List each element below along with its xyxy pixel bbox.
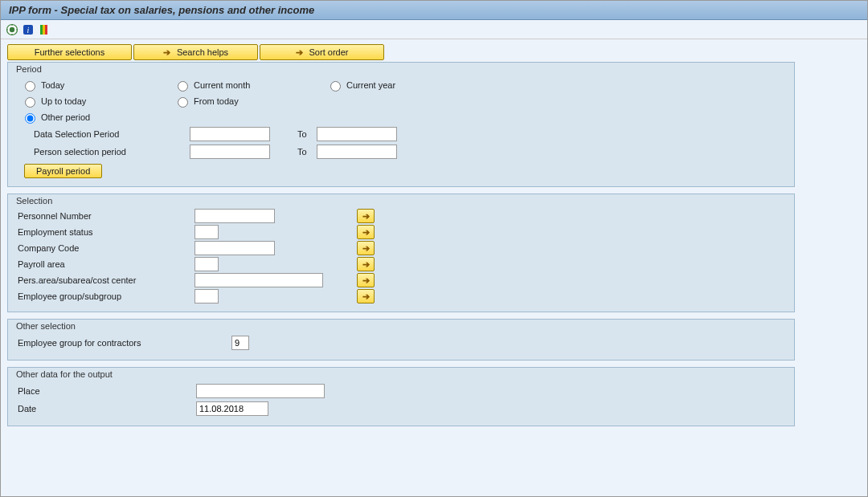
selection-row-label: Personnel Number — [18, 211, 194, 221]
arrow-icon: ➔ — [362, 291, 370, 302]
multiple-selection-button[interactable]: ➔ — [357, 241, 375, 255]
radio-up-to-today[interactable]: Up to today — [21, 93, 166, 109]
place-label: Place — [18, 382, 191, 400]
other-selection-title: Other selection — [14, 321, 77, 331]
selection-row-label: Payroll area — [18, 259, 194, 269]
employee-group-contractors-input[interactable] — [231, 336, 249, 350]
output-panel: Other data for the output Place Date — [7, 367, 795, 426]
arrow-icon: ➔ — [362, 275, 370, 286]
selection-buttons: Further selections ➔ Search helps ➔ Sort… — [7, 44, 861, 60]
selection-row-input[interactable] — [194, 289, 219, 303]
selection-panel: Selection Personnel Number➔Employment st… — [7, 194, 795, 312]
radio-current-month[interactable]: Current month — [174, 77, 318, 93]
data-selection-to-input[interactable] — [317, 127, 397, 141]
selection-row-input[interactable] — [194, 209, 275, 223]
person-selection-from-input[interactable] — [190, 145, 270, 159]
to-label: To — [297, 143, 307, 161]
window-title: IPP form - Special tax on salaries, pens… — [1, 1, 867, 20]
person-selection-to-input[interactable] — [317, 145, 397, 159]
output-title: Other data for the output — [14, 369, 114, 379]
info-icon[interactable]: i — [22, 23, 35, 36]
radio-today[interactable]: Today — [21, 77, 166, 93]
multiple-selection-button[interactable]: ➔ — [357, 257, 375, 271]
arrow-icon: ➔ — [296, 47, 303, 58]
multiple-selection-button[interactable]: ➔ — [357, 273, 375, 287]
date-input[interactable] — [196, 401, 268, 416]
selection-row-input[interactable] — [194, 257, 219, 271]
data-selection-period-label: Data Selection Period — [34, 125, 185, 143]
employee-group-contractors-label: Employee group for contractors — [18, 334, 227, 352]
arrow-icon: ➔ — [362, 243, 370, 254]
place-input[interactable] — [196, 384, 325, 398]
data-selection-from-input[interactable] — [190, 127, 270, 141]
selection-row-label: Employment status — [18, 227, 194, 237]
app-toolbar: i — [1, 20, 867, 39]
selection-row-label: Company Code — [18, 243, 194, 253]
radio-other-period[interactable]: Other period — [21, 109, 166, 125]
radio-from-today[interactable]: From today — [174, 93, 318, 109]
selection-row-label: Employee group/subgroup — [18, 291, 194, 301]
search-helps-button[interactable]: ➔ Search helps — [133, 44, 258, 60]
arrow-icon: ➔ — [362, 227, 370, 238]
arrow-icon: ➔ — [362, 259, 370, 270]
svg-rect-6 — [45, 25, 47, 35]
svg-rect-5 — [43, 25, 45, 35]
period-panel: Period Today Current month Current year … — [7, 62, 795, 187]
payroll-period-button[interactable]: Payroll period — [24, 164, 102, 178]
selection-row-input[interactable] — [194, 225, 219, 239]
multiple-selection-button[interactable]: ➔ — [357, 225, 375, 239]
arrow-icon: ➔ — [163, 47, 170, 58]
sort-order-button[interactable]: ➔ Sort order — [260, 44, 384, 60]
arrow-icon: ➔ — [362, 211, 370, 222]
selection-row-label: Pers.area/subarea/cost center — [18, 275, 194, 285]
execute-icon[interactable] — [6, 23, 18, 36]
multiple-selection-button[interactable]: ➔ — [357, 289, 375, 303]
period-title: Period — [14, 64, 43, 74]
flag-icon[interactable] — [38, 23, 51, 36]
date-label: Date — [18, 400, 191, 418]
selection-title: Selection — [14, 196, 54, 206]
radio-current-year[interactable]: Current year — [326, 77, 471, 93]
to-label: To — [297, 125, 307, 143]
person-selection-period-label: Person selection period — [34, 143, 185, 161]
svg-rect-4 — [40, 25, 43, 35]
svg-point-1 — [10, 26, 14, 31]
further-selections-button[interactable]: Further selections — [7, 44, 132, 60]
svg-text:i: i — [27, 26, 30, 35]
selection-row-input[interactable] — [194, 241, 275, 255]
content-area: Further selections ➔ Search helps ➔ Sort… — [1, 39, 867, 497]
other-selection-panel: Other selection Employee group for contr… — [7, 319, 795, 361]
multiple-selection-button[interactable]: ➔ — [357, 209, 375, 223]
selection-row-input[interactable] — [194, 273, 323, 287]
